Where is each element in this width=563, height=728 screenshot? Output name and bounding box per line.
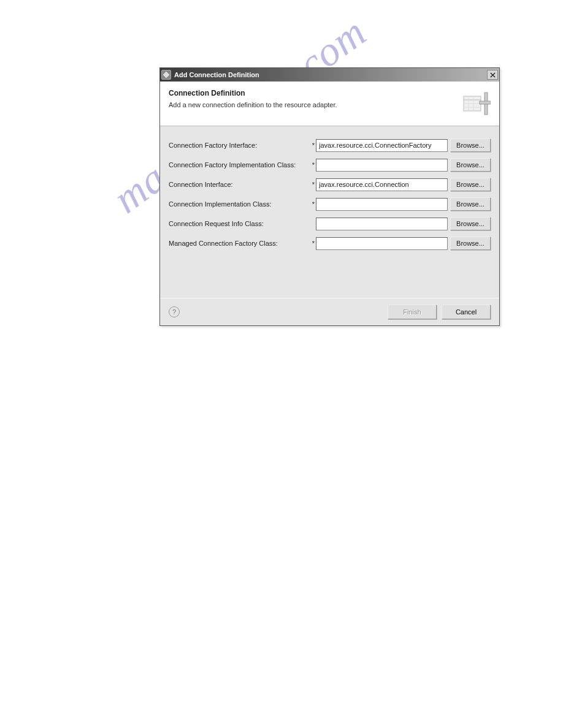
label-connection-factory-impl-class: Connection Factory Implementation Class: bbox=[169, 161, 311, 169]
close-icon bbox=[490, 72, 496, 78]
footer-area: ? Finish Cancel bbox=[160, 298, 499, 325]
finish-button[interactable]: Finish bbox=[388, 305, 437, 319]
required-mark: * bbox=[311, 181, 316, 188]
label-connection-impl-class: Connection Implementation Class: bbox=[169, 200, 311, 208]
browse-connection-impl-class[interactable]: Browse... bbox=[450, 197, 491, 211]
row-connection-interface: Connection Interface: * Browse... bbox=[169, 178, 491, 191]
row-connection-factory-impl-class: Connection Factory Implementation Class:… bbox=[169, 158, 491, 172]
window-title: Add Connection Definition bbox=[174, 71, 487, 78]
input-managed-connection-factory-class[interactable] bbox=[316, 237, 448, 250]
required-mark: * bbox=[311, 142, 316, 149]
input-connection-factory-interface[interactable] bbox=[316, 139, 448, 152]
close-button[interactable] bbox=[487, 70, 498, 80]
browse-connection-factory-impl-class[interactable]: Browse... bbox=[450, 158, 491, 172]
browse-connection-request-info-class[interactable]: Browse... bbox=[450, 217, 491, 230]
required-mark: * bbox=[311, 240, 316, 247]
input-connection-impl-class[interactable] bbox=[316, 198, 448, 211]
titlebar[interactable]: Add Connection Definition bbox=[160, 68, 499, 82]
row-connection-factory-interface: Connection Factory Interface: * Browse..… bbox=[169, 138, 491, 152]
row-connection-impl-class: Connection Implementation Class: * Brows… bbox=[169, 197, 491, 211]
required-mark: * bbox=[311, 161, 316, 169]
cancel-button[interactable]: Cancel bbox=[442, 305, 491, 319]
header-text-block: Connection Definition Add a new connecti… bbox=[169, 89, 455, 108]
page-description: Add a new connection definition to the r… bbox=[169, 101, 455, 108]
label-connection-factory-interface: Connection Factory Interface: bbox=[169, 142, 311, 149]
dialog-add-connection-definition: Add Connection Definition Connection Def… bbox=[159, 67, 500, 326]
input-connection-factory-impl-class[interactable] bbox=[316, 159, 448, 172]
row-connection-request-info-class: Connection Request Info Class: Browse... bbox=[169, 217, 491, 230]
wizard-banner-icon bbox=[461, 91, 491, 116]
browse-managed-connection-factory-class[interactable]: Browse... bbox=[450, 237, 491, 250]
page-title: Connection Definition bbox=[169, 89, 455, 97]
form-area: Connection Factory Interface: * Browse..… bbox=[160, 126, 499, 298]
svg-rect-7 bbox=[480, 101, 491, 104]
label-managed-connection-factory-class: Managed Connection Factory Class: bbox=[169, 240, 311, 247]
help-icon[interactable]: ? bbox=[169, 306, 180, 317]
label-connection-interface: Connection Interface: bbox=[169, 181, 311, 188]
input-connection-request-info-class[interactable] bbox=[316, 218, 448, 230]
app-icon bbox=[161, 70, 171, 80]
row-managed-connection-factory-class: Managed Connection Factory Class: * Brow… bbox=[169, 237, 491, 250]
dialog-header: Connection Definition Add a new connecti… bbox=[160, 82, 499, 126]
label-connection-request-info-class: Connection Request Info Class: bbox=[169, 220, 311, 227]
input-connection-interface[interactable] bbox=[316, 178, 448, 191]
browse-connection-factory-interface[interactable]: Browse... bbox=[450, 138, 491, 152]
required-mark: * bbox=[311, 200, 316, 208]
browse-connection-interface[interactable]: Browse... bbox=[450, 178, 491, 191]
